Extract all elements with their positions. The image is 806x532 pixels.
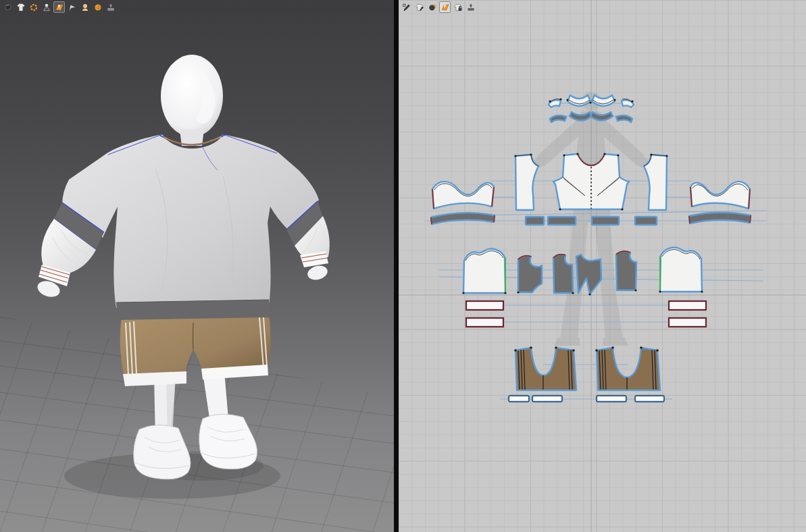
- hem-band: [116, 300, 270, 320]
- avatar-display-icon[interactable]: [41, 1, 52, 13]
- press-icon[interactable]: [465, 1, 476, 13]
- toolbar-2d: [401, 1, 476, 13]
- fabric-texture-icon[interactable]: [439, 1, 451, 13]
- sewing-pins-icon[interactable]: [28, 1, 39, 13]
- transform-pen-icon[interactable]: [401, 1, 412, 13]
- app-window: [0, 0, 806, 532]
- shorts-back-pattern[interactable]: [595, 346, 660, 390]
- pattern-window-2d[interactable]: [399, 0, 806, 532]
- panel-divider[interactable]: [394, 0, 399, 532]
- flag-icon[interactable]: [66, 1, 78, 13]
- sleeve-right-piece[interactable]: [659, 248, 703, 293]
- sleeve-left-piece[interactable]: [462, 249, 506, 294]
- shorts-garment[interactable]: [120, 315, 271, 386]
- yoke-left-piece[interactable]: [432, 182, 494, 209]
- sphere-icon[interactable]: [92, 1, 103, 13]
- sewing-icon[interactable]: [426, 1, 438, 13]
- press-icon[interactable]: [105, 1, 116, 13]
- collar-strip-left[interactable]: [431, 213, 495, 224]
- viewport-3d[interactable]: [0, 0, 394, 532]
- edit-pattern-icon[interactable]: [413, 1, 425, 13]
- pattern-lock-icon[interactable]: [452, 1, 463, 13]
- garment-icon[interactable]: [15, 1, 26, 13]
- scene-3d[interactable]: [0, 0, 394, 532]
- sneaker-left: [134, 425, 191, 479]
- simulate-icon[interactable]: [2, 1, 14, 13]
- yoke-right-piece[interactable]: [690, 182, 750, 209]
- collar-strip-right[interactable]: [689, 213, 751, 223]
- fabric-texture-icon[interactable]: [53, 1, 65, 13]
- hand-right: [306, 264, 329, 282]
- avatar-head-icon[interactable]: [79, 1, 91, 13]
- toolbar-3d: [2, 1, 116, 13]
- sneaker-right: [199, 414, 257, 469]
- tshirt-garment[interactable]: [54, 134, 323, 320]
- shorts-front-pattern[interactable]: [514, 346, 576, 390]
